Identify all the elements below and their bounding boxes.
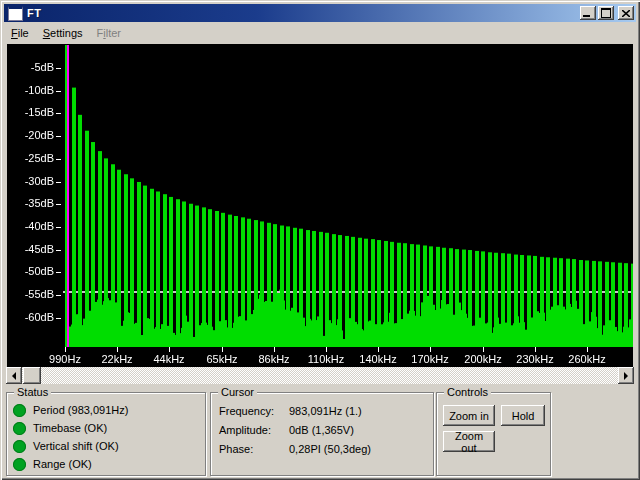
zoom-in-button[interactable]: Zoom in bbox=[443, 405, 495, 426]
close-button[interactable] bbox=[618, 6, 634, 20]
cursor-row-amplitude: Amplitude: 0dB (1,365V) bbox=[219, 424, 271, 436]
app-icon bbox=[8, 6, 23, 21]
menu-item-settings[interactable]: Settings bbox=[36, 24, 90, 42]
status-groupbox: Status Period (983,091Hz) Timebase (OK) … bbox=[6, 392, 206, 476]
status-label: Timebase (OK) bbox=[33, 422, 107, 434]
cursor-amplitude-value: 0dB (1,365V) bbox=[289, 424, 354, 436]
cursor-groupbox: Cursor Frequency: 983,091Hz (1.) Amplitu… bbox=[210, 392, 434, 476]
maximize-button[interactable] bbox=[598, 6, 614, 20]
cursor-amplitude-label: Amplitude: bbox=[219, 424, 271, 436]
cursor-phase-value: 0,28PI (50,3deg) bbox=[289, 443, 371, 455]
scrollbar-thumb[interactable] bbox=[23, 367, 41, 384]
spectrum-display[interactable] bbox=[7, 44, 633, 367]
controls-group-title: Controls bbox=[444, 386, 491, 398]
cursor-frequency-label: Frequency: bbox=[219, 405, 274, 417]
cursor-row-frequency: Frequency: 983,091Hz (1.) bbox=[219, 405, 274, 417]
status-led-icon bbox=[13, 440, 26, 453]
cursor-phase-label: Phase: bbox=[219, 443, 253, 455]
controls-groupbox: Controls Zoom in Hold Zoom out bbox=[436, 392, 551, 476]
status-led-icon bbox=[13, 458, 26, 471]
status-label: Vertical shift (OK) bbox=[33, 440, 119, 452]
maximize-icon bbox=[601, 8, 611, 18]
status-led-icon bbox=[13, 422, 26, 435]
arrow-left-icon bbox=[8, 372, 16, 380]
title-bar[interactable]: FT bbox=[4, 4, 636, 22]
status-led-icon bbox=[13, 404, 26, 417]
menu-item-filter: Filter bbox=[90, 24, 128, 42]
minimize-button[interactable] bbox=[580, 6, 596, 20]
minimize-icon bbox=[583, 15, 590, 17]
status-label: Period (983,091Hz) bbox=[33, 404, 128, 416]
status-row-timebase: Timebase (OK) bbox=[13, 421, 107, 435]
status-group-title: Status bbox=[14, 386, 51, 398]
scroll-right-button[interactable] bbox=[618, 367, 634, 384]
menu-item-file[interactable]: File bbox=[4, 24, 36, 42]
zoom-out-button[interactable]: Zoom out bbox=[443, 431, 495, 452]
status-row-period: Period (983,091Hz) bbox=[13, 403, 128, 417]
cursor-frequency-value: 983,091Hz (1.) bbox=[289, 405, 362, 417]
menu-bar: File Settings Filter bbox=[4, 23, 636, 43]
spectrum-canvas[interactable] bbox=[7, 44, 633, 367]
status-row-range: Range (OK) bbox=[13, 457, 92, 471]
arrow-right-icon bbox=[624, 372, 632, 380]
cursor-row-phase: Phase: 0,28PI (50,3deg) bbox=[219, 443, 253, 455]
app-window: FT File Settings Filter Status Period (9… bbox=[0, 0, 640, 480]
status-label: Range (OK) bbox=[33, 458, 92, 470]
close-icon bbox=[622, 10, 630, 17]
horizontal-scrollbar[interactable] bbox=[6, 367, 634, 384]
scroll-left-button[interactable] bbox=[6, 367, 22, 384]
hold-button[interactable]: Hold bbox=[501, 405, 545, 426]
window-title: FT bbox=[27, 7, 578, 19]
cursor-group-title: Cursor bbox=[218, 386, 257, 398]
status-row-vertical-shift: Vertical shift (OK) bbox=[13, 439, 119, 453]
